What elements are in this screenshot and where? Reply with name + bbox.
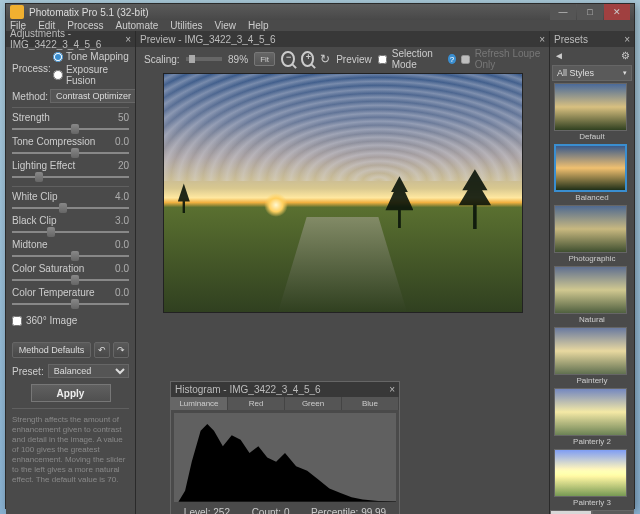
- presets-panel: Presets × ◄ ⚙ All Styles DefaultBalanced…: [549, 31, 634, 514]
- help-text: Strength affects the amount of enhanceme…: [12, 415, 129, 485]
- minimize-button[interactable]: —: [550, 4, 576, 20]
- maximize-button[interactable]: □: [577, 4, 603, 20]
- presets-title: Presets: [554, 34, 588, 45]
- refresh-loupe-checkbox: [461, 55, 470, 64]
- slider-track[interactable]: [12, 251, 129, 261]
- histogram-graph: [174, 413, 396, 502]
- slider-midtone: Midtone0.0: [12, 239, 129, 261]
- slider-track[interactable]: [12, 172, 129, 182]
- preset-tab-my-presets[interactable]: My Presets: [592, 510, 634, 514]
- method-defaults-button[interactable]: Method Defaults: [12, 342, 91, 358]
- close-icon[interactable]: ×: [125, 34, 131, 45]
- slider-black-clip: Black Clip3.0: [12, 215, 129, 237]
- preview-toggle-label: Preview: [336, 54, 372, 65]
- image360-label: 360° Image: [26, 315, 77, 326]
- scaling-slider[interactable]: [186, 57, 222, 61]
- selection-mode-label: Selection Mode: [392, 48, 443, 70]
- slider-lighting-effect: Lighting Effect20: [12, 160, 129, 182]
- histogram-percentile: Percentile: 99.99: [311, 507, 386, 514]
- zoom-in-icon[interactable]: +: [301, 51, 315, 67]
- selection-mode-checkbox[interactable]: [378, 55, 387, 64]
- slider-track[interactable]: [12, 203, 129, 213]
- close-icon[interactable]: ×: [389, 384, 395, 395]
- refresh-icon[interactable]: ↻: [320, 52, 330, 66]
- redo-button[interactable]: ↷: [113, 342, 129, 358]
- adjustments-panel: Adjustments - IMG_3422_3_4_5_6 × Process…: [6, 31, 136, 514]
- preset-painterly[interactable]: Painterly: [554, 327, 630, 385]
- slider-track[interactable]: [12, 275, 129, 285]
- preview-header[interactable]: Preview - IMG_3422_3_4_5_6 ×: [136, 31, 549, 47]
- histogram-panel: Histogram - IMG_3422_3_4_5_6 × Luminance…: [170, 381, 400, 514]
- image360-checkbox[interactable]: [12, 316, 22, 326]
- scaling-value: 89%: [228, 54, 248, 65]
- close-icon[interactable]: ×: [624, 34, 630, 45]
- undo-button[interactable]: ↶: [94, 342, 110, 358]
- histogram-tab-luminance[interactable]: Luminance: [171, 397, 228, 411]
- close-icon[interactable]: ×: [539, 34, 545, 45]
- preview-image[interactable]: [163, 73, 523, 313]
- slider-white-clip: White Clip4.0: [12, 191, 129, 213]
- preset-select[interactable]: Balanced: [48, 364, 129, 378]
- histogram-count: Count: 0: [252, 507, 290, 514]
- help-icon[interactable]: ?: [448, 54, 455, 64]
- refresh-loupe-label: Refresh Loupe Only: [475, 48, 541, 70]
- slider-track[interactable]: [12, 124, 129, 134]
- histogram-level: Level: 252: [184, 507, 230, 514]
- preview-title: Preview - IMG_3422_3_4_5_6: [140, 34, 276, 45]
- back-icon[interactable]: ◄: [554, 50, 564, 61]
- svg-marker-0: [174, 424, 396, 502]
- preview-panel: Preview - IMG_3422_3_4_5_6 × Scaling: 89…: [136, 31, 549, 514]
- app-title: Photomatix Pro 5.1 (32-bit): [29, 7, 149, 18]
- process-label: Process:: [12, 63, 51, 74]
- adjustments-header[interactable]: Adjustments - IMG_3422_3_4_5_6 ×: [6, 31, 135, 47]
- process-radio-1[interactable]: Exposure Fusion: [53, 64, 129, 86]
- main-window: Photomatix Pro 5.1 (32-bit) — □ ✕ FileEd…: [5, 3, 635, 509]
- method-label: Method:: [12, 91, 50, 102]
- gear-icon[interactable]: ⚙: [621, 50, 630, 61]
- scaling-label: Scaling:: [144, 54, 180, 65]
- preset-label: Preset:: [12, 366, 44, 377]
- title-bar[interactable]: Photomatix Pro 5.1 (32-bit) — □ ✕: [6, 4, 634, 20]
- menu-help[interactable]: Help: [248, 20, 269, 31]
- slider-strength: Strength50: [12, 112, 129, 134]
- slider-track[interactable]: [12, 299, 129, 309]
- preset-painterly2[interactable]: Painterly 2: [554, 388, 630, 446]
- slider-track[interactable]: [12, 227, 129, 237]
- zoom-out-icon[interactable]: −: [281, 51, 295, 67]
- app-icon: [10, 5, 24, 19]
- method-select[interactable]: Contrast Optimizer: [50, 89, 135, 103]
- histogram-tab-red[interactable]: Red: [228, 397, 285, 411]
- apply-button[interactable]: Apply: [31, 384, 111, 402]
- preset-natural[interactable]: Natural: [554, 266, 630, 324]
- histogram-tab-green[interactable]: Green: [285, 397, 342, 411]
- slider-track[interactable]: [12, 148, 129, 158]
- preset-painterly3[interactable]: Painterly 3: [554, 449, 630, 507]
- histogram-tab-blue[interactable]: Blue: [342, 397, 399, 411]
- preset-balanced[interactable]: Balanced: [554, 144, 630, 202]
- slider-color-temperature: Color Temperature0.0: [12, 287, 129, 309]
- menu-utilities[interactable]: Utilities: [170, 20, 202, 31]
- preset-tab-built-in[interactable]: Built-in: [550, 510, 592, 514]
- menu-view[interactable]: View: [215, 20, 237, 31]
- slider-color-saturation: Color Saturation0.0: [12, 263, 129, 285]
- presets-header[interactable]: Presets ×: [550, 31, 634, 47]
- close-button[interactable]: ✕: [604, 4, 630, 20]
- preset-photographic[interactable]: Photographic: [554, 205, 630, 263]
- histogram-header[interactable]: Histogram - IMG_3422_3_4_5_6 ×: [171, 382, 399, 397]
- slider-tone-compression: Tone Compression0.0: [12, 136, 129, 158]
- process-radio-0[interactable]: Tone Mapping: [53, 51, 129, 62]
- preset-default[interactable]: Default: [554, 83, 630, 141]
- histogram-title: Histogram - IMG_3422_3_4_5_6: [175, 384, 321, 395]
- fit-button[interactable]: Fit: [254, 52, 275, 66]
- preset-category-select[interactable]: All Styles: [552, 65, 632, 81]
